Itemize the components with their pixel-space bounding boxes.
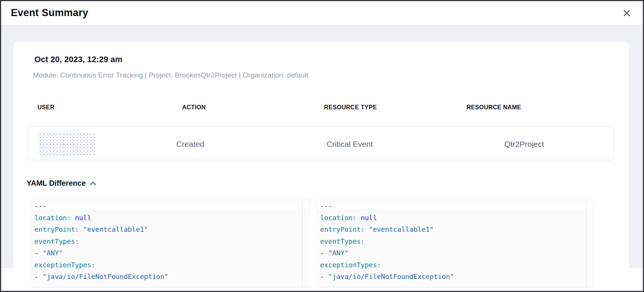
dialog-header: Event Summary xyxy=(1,1,643,25)
yaml-difference-label: YAML Difference xyxy=(27,179,86,188)
close-icon xyxy=(623,9,631,17)
yaml-diff-panel-right[interactable]: ---location: nullentryPoint: "eventcalla… xyxy=(317,199,594,288)
chevron-up-icon xyxy=(90,182,96,185)
cell-action: Created xyxy=(176,140,204,149)
cell-resource-type: Critical Event xyxy=(326,140,373,149)
cell-resource-name: Qtr2Project xyxy=(504,140,544,149)
yaml-code-left: ---location: nullentryPoint: "eventcalla… xyxy=(31,200,302,283)
yaml-diff-panels: ---location: nullentryPoint: "eventcalla… xyxy=(13,199,629,288)
redacted-user-pattern xyxy=(39,133,95,155)
yaml-code-line: entryPoint: "eventcallable1" xyxy=(320,223,586,235)
close-button[interactable] xyxy=(620,7,633,19)
yaml-code-line: --- xyxy=(320,200,586,212)
dialog-title: Event Summary xyxy=(11,7,88,19)
event-timestamp: Oct 20, 2023, 12:29 am xyxy=(34,55,122,64)
dialog-body: Oct 20, 2023, 12:29 am Module: Continuou… xyxy=(1,25,643,268)
yaml-code-right: ---location: nullentryPoint: "eventcalla… xyxy=(317,200,586,283)
yaml-code-line: location: null xyxy=(320,212,586,224)
column-header-resource-type: RESOURCE TYPE xyxy=(324,104,377,111)
yaml-code-line: eventTypes: xyxy=(320,235,586,247)
yaml-code-line: - "ANY" xyxy=(34,247,302,259)
yaml-code-line: exceptionTypes: xyxy=(34,259,302,271)
yaml-code-line: entryPoint: "eventcallable1" xyxy=(34,223,302,235)
column-header-user: USER xyxy=(37,104,55,111)
panel-scrollbar-divider xyxy=(302,199,303,287)
yaml-code-line: - "ANY" xyxy=(320,247,586,259)
yaml-code-line: - "java/io/FileNotFoundException" xyxy=(34,271,302,283)
column-header-action: ACTION xyxy=(182,104,206,111)
event-summary-dialog: Event Summary Oct 20, 2023, 12:29 am Mod… xyxy=(0,0,644,292)
event-meta-line: Module: Continuous Error Tracking | Proj… xyxy=(33,71,308,79)
yaml-diff-panel-left[interactable]: ---location: nullentryPoint: "eventcalla… xyxy=(31,199,310,288)
yaml-code-line: location: null xyxy=(34,212,302,224)
yaml-code-line: --- xyxy=(34,200,302,212)
yaml-code-line: eventTypes: xyxy=(34,235,302,247)
yaml-code-line: exceptionTypes: xyxy=(320,259,586,271)
panel-scrollbar-divider xyxy=(586,199,587,287)
column-header-resource-name: RESOURCE NAME xyxy=(467,104,521,111)
event-card: Oct 20, 2023, 12:29 am Module: Continuou… xyxy=(13,42,629,268)
table-header-row: USER ACTION RESOURCE TYPE RESOURCE NAME xyxy=(13,104,629,112)
yaml-difference-toggle[interactable]: YAML Difference xyxy=(27,179,96,188)
yaml-code-line: - "java/io/FileNotFoundException" xyxy=(320,271,586,283)
